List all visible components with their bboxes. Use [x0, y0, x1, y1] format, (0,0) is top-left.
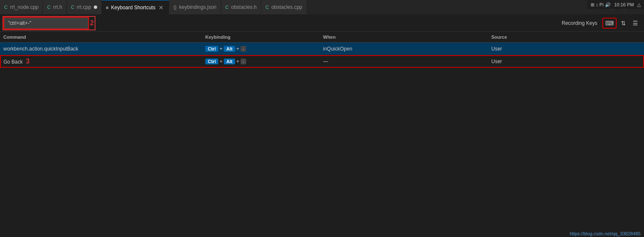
tray-icons: ⊞ ↕ Pi 🔊: [591, 2, 610, 8]
tab-bar: C rrt_node.cpp C rrt.h C rrt.cpp ≡ Keybo…: [0, 0, 644, 15]
row1-command: workbench.action.quickInputBack: [3, 46, 205, 52]
show-user-keybindings-button[interactable]: ☰: [630, 18, 641, 28]
tab-icon-obstacles-h: C: [225, 5, 229, 10]
key-alt-1: Alt: [224, 46, 235, 52]
tab-icon-rrt-cpp: C: [71, 5, 74, 10]
sort-keybinding-button[interactable]: ⇅: [618, 18, 628, 28]
key-ctrl-2: Ctrl: [205, 59, 218, 64]
table-row-1[interactable]: workbench.action.quickInputBack Ctrl + A…: [0, 43, 644, 55]
tab-label-keyboard-shortcuts: Keyboard Shortcuts: [111, 5, 155, 11]
toolbar-right: Recording Keys ⌨ ⇅ ☰: [562, 18, 641, 29]
row2-keybinding: Ctrl + Alt + -: [205, 59, 323, 64]
keybindings-table: Command Keybinding When Source workbench…: [0, 32, 644, 68]
tab-modified-dot-rrt-cpp: [94, 5, 97, 9]
tab-icon-obstacles-cpp: C: [265, 5, 269, 10]
header-command: Command: [3, 35, 205, 40]
tab-rrt-h[interactable]: C rrt.h: [43, 0, 66, 15]
table-row-2[interactable]: Go Back 3 Ctrl + Alt + - — User: [0, 55, 644, 68]
tab-icon-rrt-node: C: [4, 5, 8, 10]
record-keys-button[interactable]: ⌨: [602, 18, 617, 29]
tab-keybindings-json[interactable]: {} keybindings.json: [169, 0, 221, 15]
key-plus-2a: +: [220, 59, 223, 64]
search-container: "ctrl+alt+-" 2: [3, 17, 95, 29]
header-keybinding: Keybinding: [205, 35, 323, 40]
search-value-text: "ctrl+alt+-": [8, 20, 31, 26]
key-plus-1b: +: [236, 46, 239, 52]
key-alt-2: Alt: [224, 59, 235, 64]
system-tray: ⊞ ↕ Pi 🔊 10:16 PM △: [587, 0, 644, 9]
table-header: Command Keybinding When Source: [0, 32, 644, 43]
toolbar: "ctrl+alt+-" 2 Recording Keys ⌨ ⇅ ☰: [0, 15, 644, 32]
tab-label-keybindings-json: keybindings.json: [179, 4, 217, 10]
tab-rrt-cpp[interactable]: C rrt.cpp: [67, 0, 102, 15]
tray-extra: △: [637, 2, 641, 8]
row1-source: User: [491, 46, 641, 52]
tab-label-obstacles-cpp: obstacles.cpp: [271, 4, 302, 10]
header-when: When: [323, 35, 491, 40]
status-url: https://blog.csdn.net/qq_33828485: [570, 231, 641, 236]
header-source: Source: [491, 35, 641, 40]
row2-when: —: [323, 59, 491, 64]
row1-keybinding: Ctrl + Alt + -: [205, 46, 323, 52]
key-minus-1: -: [241, 46, 246, 52]
row2-source: User: [491, 59, 641, 64]
row1-when: inQuickOpen: [323, 46, 491, 52]
tab-close-keyboard-shortcuts[interactable]: ✕: [158, 4, 164, 11]
key-plus-1a: +: [220, 46, 223, 52]
tab-icon-rrt-h: C: [47, 5, 50, 10]
tab-label-rrt-cpp: rrt.cpp: [77, 4, 91, 10]
key-ctrl-1: Ctrl: [205, 46, 218, 52]
tab-obstacles-cpp[interactable]: C obstacles.cpp: [261, 0, 307, 15]
key-minus-2: -: [241, 59, 246, 64]
annotation-number-2: 2: [90, 19, 94, 27]
tab-label-obstacles-h: obstacles.h: [231, 4, 257, 10]
annotation-number-3: 3: [26, 58, 29, 65]
tab-keyboard-shortcuts[interactable]: ≡ Keyboard Shortcuts ✕: [102, 0, 170, 15]
tab-rrt-node[interactable]: C rrt_node.cpp: [0, 0, 43, 15]
tab-label-rrt-h: rrt.h: [53, 4, 62, 10]
tab-icon-keybindings-json: {}: [173, 5, 176, 10]
tab-label-rrt-node: rrt_node.cpp: [10, 4, 38, 10]
search-input-box[interactable]: "ctrl+alt+-": [4, 18, 88, 29]
status-bar: https://blog.csdn.net/qq_33828485: [566, 230, 644, 237]
system-time: 10:16 PM: [614, 2, 634, 7]
row2-command: Go Back 3: [3, 58, 205, 65]
key-plus-2b: +: [236, 59, 239, 64]
recording-keys-label: Recording Keys: [562, 20, 597, 26]
tab-icon-keyboard-shortcuts: ≡: [106, 5, 109, 10]
tab-obstacles-h[interactable]: C obstacles.h: [221, 0, 262, 15]
